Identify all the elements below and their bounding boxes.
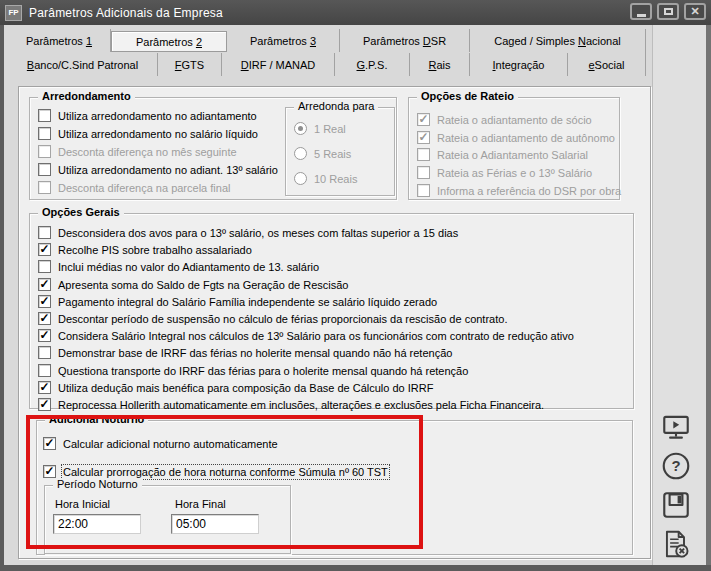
group-title: Adicional Noturno [45,413,148,425]
group-periodo-noturno: Período Noturno Hora Inicial Hora Final [44,485,291,554]
window-border-bottom [0,565,711,571]
window-border-left [0,25,4,571]
tab-label: DIRF / MANAD [241,59,316,71]
help-button[interactable]: ? [657,447,695,485]
checkbox-apresenta-saldo-fgts[interactable]: Apresenta soma do Saldo de Fgts na Geraç… [38,277,348,292]
checkbox-icon [38,381,51,394]
tab-banco-csind-patronal[interactable]: Banco/C.Sind Patronal [8,53,158,76]
checkbox-calcular-prorrogacao-sumula-60[interactable]: Calcular prorrogação de hora noturna con… [43,464,388,479]
checkbox-rateia-adiant-socio: Rateia o adiantamento de sócio [417,112,592,127]
checkbox-calcular-adicional-noturno[interactable]: Calcular adicional noturno automaticamen… [43,436,278,451]
tabstrip-end-divider [645,29,652,76]
radio-icon [294,147,307,160]
checkbox-rateia-adiant-salarial: Rateia o Adiantamento Salarial [417,147,588,162]
checkbox-icon [417,131,430,144]
tab-parametros-dsr[interactable]: Parâmetros DSR [340,29,470,52]
svg-text:?: ? [671,457,680,474]
checkbox-icon [417,148,430,161]
app-icon: FP [5,5,22,21]
checkbox-icon [43,437,56,450]
checkbox-arred-salario-liquido[interactable]: Utiliza arredondamento no salário líquid… [38,126,258,141]
tab-label: Integração [493,59,545,71]
checkbox-considera-salario-integral[interactable]: Considera Salário Integral nos cálculos … [38,328,574,343]
maximize-button[interactable] [657,3,679,20]
checkbox-icon [38,226,51,239]
hora-inicial-input[interactable] [53,514,141,534]
tab-label: Rais [428,59,450,71]
tab-label: Caged / Simples Nacional [494,35,621,47]
close-button[interactable] [684,3,706,20]
tab-row-1: Parâmetros 1 Parâmetros 2 Parâmetros 3 P… [8,29,645,52]
checkbox-descontar-suspensao-ferias[interactable]: Descontar período de suspensão no cálcul… [38,311,507,326]
checkbox-icon [38,295,51,308]
radio-5-reais: 5 Reais [294,146,351,161]
checkbox-arred-adiant-13[interactable]: Utiliza arredondamento no adiant. 13º sa… [38,162,278,177]
tab-rais[interactable]: Rais [410,53,470,76]
group-title: Arredondamento [38,90,135,102]
checkbox-icon [38,109,51,122]
checkbox-icon [38,398,51,411]
minimize-button[interactable] [630,3,652,20]
checkbox-icon [43,465,56,478]
group-arredondamento: Arredondamento Utiliza arredondamento no… [29,97,397,200]
tab-row-2: Banco/C.Sind Patronal FGTS DIRF / MANAD … [8,53,645,76]
floppy-disk-icon [660,489,692,521]
group-title: Opções de Rateio [417,90,518,102]
group-opcoes-gerais: Opções Gerais Desconsidera dos avos para… [29,213,634,409]
radio-icon [294,172,307,185]
document-cancel-icon [660,528,692,560]
checkbox-desconta-mes-seguinte: Desconta diferença no mês seguinte [38,144,237,159]
radio-icon [294,122,307,135]
hora-inicial-label: Hora Inicial [55,498,110,510]
checkbox-icon [38,364,51,377]
checkbox-deducao-benefica-irrf[interactable]: Utiliza dedução mais benéfica para compo… [38,380,433,395]
checkbox-desconta-parcela-final: Desconta diferença na parcela final [38,180,230,195]
checkbox-icon [38,312,51,325]
video-help-button[interactable] [657,408,695,446]
tab-caged-simples-nacional[interactable]: Caged / Simples Nacional [470,29,645,52]
question-mark-icon: ? [660,450,692,482]
window-border-right [706,25,711,571]
tab-parametros-3[interactable]: Parâmetros 3 [227,29,340,52]
group-title: Arredonda para [294,100,378,112]
tab-dirf-manad[interactable]: DIRF / MANAD [222,53,335,76]
checkbox-arred-adiantamento[interactable]: Utiliza arredondamento no adiantamento [38,108,257,123]
tab-fgts[interactable]: FGTS [158,53,222,76]
checkbox-icon [38,260,51,273]
tab-parametros-1[interactable]: Parâmetros 1 [8,29,111,52]
tab-label: Parâmetros 1 [26,35,92,47]
maximize-icon [664,8,673,15]
checkbox-icon [417,166,430,179]
hora-final-input[interactable] [171,514,259,534]
checkbox-desconsidera-avos-13[interactable]: Desconsidera dos avos para o 13º salário… [38,225,458,240]
group-title: Período Noturno [53,478,142,490]
checkbox-recolhe-pis[interactable]: Recolhe PIS sobre trabalho assalariado [38,242,252,257]
monitor-play-icon [660,411,692,443]
checkbox-informa-dsr-obra: Informa a referência do DSR por obra [417,183,621,198]
checkbox-rateia-adiant-autonomo: Rateia o adiantamento de autônomo [417,130,615,145]
tab-label: Parâmetros 3 [250,35,316,47]
tab-gps[interactable]: G.P.S. [335,53,410,76]
checkbox-reprocessa-hollerith[interactable]: Reprocessa Hollerith automaticamente em … [38,397,544,412]
content-panel: Arredondamento Utiliza arredondamento no… [18,86,651,559]
tab-parametros-2[interactable]: Parâmetros 2 [111,31,227,52]
checkbox-inclui-medias-adiant-13[interactable]: Inclui médias no valor do Adiantamento d… [38,259,319,274]
group-arredonda-para: Arredonda para 1 Real 5 Reais 10 Reais [285,107,395,196]
save-button[interactable] [657,486,695,524]
tab-esocial[interactable]: eSocial [568,53,645,76]
checkbox-pagamento-salario-familia[interactable]: Pagamento integral do Salário Família in… [38,294,437,309]
titlebar[interactable]: FP Parâmetros Adicionais da Empresa [0,0,711,25]
checkbox-icon [38,163,51,176]
checkbox-questiona-transporte-irrf[interactable]: Questiona transporte do IRRF das férias … [38,363,468,378]
checkbox-icon [38,181,51,194]
cancel-button[interactable] [657,525,695,563]
checkbox-rateia-ferias-13: Rateia as Férias e o 13º Salário [417,165,592,180]
tab-integracao[interactable]: Integração [470,53,568,76]
checkbox-icon [417,113,430,126]
checkbox-demonstrar-base-irrf[interactable]: Demonstrar base de IRRF das férias no ho… [38,345,452,360]
window-title: Parâmetros Adicionais da Empresa [29,6,223,20]
radio-1-real: 1 Real [294,121,346,136]
group-opcoes-rateio: Opções de Rateio Rateia o adiantamento d… [408,97,620,200]
dialog-parametros-adicionais: FP Parâmetros Adicionais da Empresa Parâ… [0,0,711,571]
tab-label: G.P.S. [357,59,388,71]
